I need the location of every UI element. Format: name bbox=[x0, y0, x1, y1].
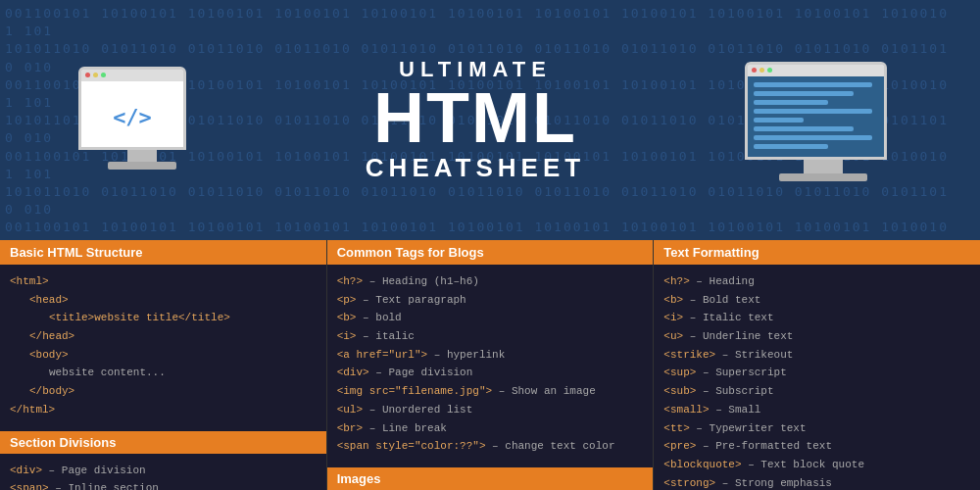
monitor-right-icon bbox=[745, 62, 902, 179]
tf-i: <i> bbox=[663, 312, 683, 323]
code-body-open: <body> bbox=[29, 349, 69, 361]
col1-subheader-text: Section Divisions bbox=[10, 435, 116, 450]
ct-br-desc: – Line break bbox=[363, 422, 447, 434]
col2-body: <h?> – Heading (h1–h6) <p> – Text paragr… bbox=[327, 265, 654, 464]
ct-div-desc: – Page division bbox=[369, 367, 473, 378]
monitor-left-icon: </> bbox=[78, 67, 206, 174]
tf-h-desc: – Heading bbox=[690, 275, 755, 287]
ct-h-desc: – Heading (h1–h6) bbox=[363, 275, 479, 287]
tf-pre-desc: – Pre-formatted text bbox=[696, 440, 832, 452]
ct-a-desc: – hyperlink bbox=[427, 349, 505, 361]
ct-ul-desc: – Unordered list bbox=[363, 404, 472, 416]
header-section: </> ULTIMATE HTML CHEATSHEET bbox=[0, 0, 980, 240]
ct-span-desc: – change text color bbox=[486, 440, 615, 452]
col2-subheader-text: Images bbox=[337, 471, 381, 486]
ct-p: <p> bbox=[337, 294, 357, 306]
col3-header: Text Formatting bbox=[654, 240, 980, 265]
tf-sub-desc: – Subscript bbox=[696, 385, 773, 397]
col1-body: <html> <head> <title>website title</titl… bbox=[0, 265, 326, 427]
title-html: HTML bbox=[216, 82, 735, 153]
column-common-tags: Common Tags for Blogs <h?> – Heading (h1… bbox=[327, 240, 655, 490]
code-title: <title>website title</title> bbox=[49, 312, 230, 323]
column-basic-html: Basic HTML Structure <html> <head> <titl… bbox=[0, 240, 327, 490]
code-head-close: </head> bbox=[29, 330, 74, 342]
col1-subheader: Section Divisions bbox=[0, 431, 326, 454]
col1-sub-body: <div> – Page division <span> – Inline se… bbox=[0, 454, 326, 491]
column-text-formatting: Text Formatting <h?> – Heading <b> – Bol… bbox=[654, 240, 980, 490]
content-area: Basic HTML Structure <html> <head> <titl… bbox=[0, 240, 980, 490]
tf-tt: <tt> bbox=[663, 422, 689, 434]
col1-header-text: Basic HTML Structure bbox=[10, 245, 143, 260]
col2-subheader: Images bbox=[327, 467, 654, 490]
tf-strike-desc: – Strikeout bbox=[715, 349, 793, 361]
ct-br: <br> bbox=[337, 422, 363, 434]
ct-i: <i> bbox=[337, 330, 357, 342]
tf-i-desc: – Italic text bbox=[683, 312, 773, 323]
ct-div: <div> bbox=[337, 367, 369, 378]
tf-b: <b> bbox=[663, 294, 683, 306]
tf-pre: <pre> bbox=[663, 440, 696, 452]
tf-sub: <sub> bbox=[663, 385, 696, 397]
col2-header: Common Tags for Blogs bbox=[327, 240, 654, 265]
col3-body: <h?> – Heading <b> – Bold text <i> – Ita… bbox=[654, 265, 980, 490]
ct-ul: <ul> bbox=[337, 404, 363, 416]
ct-img-desc: – Show an image bbox=[492, 385, 596, 397]
tf-small-desc: – Small bbox=[710, 404, 761, 416]
tf-blockquote: <blockquote> bbox=[663, 459, 741, 470]
code-tag-icon: </> bbox=[113, 105, 152, 129]
code-span-desc: – Inline section bbox=[49, 482, 159, 490]
code-content: website content... bbox=[49, 367, 166, 378]
ct-i-desc: – italic bbox=[356, 330, 414, 342]
tf-sup: <sup> bbox=[663, 367, 696, 378]
ct-span: <span style="color:??"> bbox=[337, 440, 486, 452]
tf-u-desc: – Underline text bbox=[683, 330, 793, 342]
ct-b: <b> bbox=[337, 312, 357, 323]
tf-h: <h?> bbox=[663, 275, 689, 287]
tf-tt-desc: – Typewriter text bbox=[690, 422, 807, 434]
tf-strike: <strike> bbox=[663, 349, 715, 361]
code-head-open: <head> bbox=[29, 294, 69, 306]
title-container: ULTIMATE HTML CHEATSHEET bbox=[216, 57, 735, 183]
col1-header: Basic HTML Structure bbox=[0, 240, 326, 265]
tf-small: <small> bbox=[663, 404, 709, 416]
ct-img: <img src="filename.jpg"> bbox=[337, 385, 492, 397]
code-div: <div> bbox=[10, 465, 42, 476]
code-html-open: <html> bbox=[10, 275, 49, 287]
tf-b-desc: – Bold text bbox=[683, 294, 760, 306]
col3-header-text: Text Formatting bbox=[663, 245, 759, 260]
code-span: <span> bbox=[10, 482, 49, 490]
title-cheatsheet: CHEATSHEET bbox=[216, 153, 735, 183]
code-div-desc: – Page division bbox=[42, 465, 146, 476]
tf-strong: <strong> bbox=[663, 477, 715, 489]
ct-h: <h?> bbox=[337, 275, 363, 287]
code-body-close: </body> bbox=[29, 385, 74, 397]
tf-strong-desc: – Strong emphasis bbox=[715, 477, 832, 489]
ct-p-desc: – Text paragraph bbox=[356, 294, 466, 306]
tf-u: <u> bbox=[663, 330, 683, 342]
col2-header-text: Common Tags for Blogs bbox=[337, 245, 484, 260]
tf-sup-desc: – Superscript bbox=[696, 367, 786, 378]
tf-blockquote-desc: – Text block quote bbox=[742, 459, 864, 470]
ct-a: <a href="url"> bbox=[337, 349, 427, 361]
code-html-close: </html> bbox=[10, 404, 55, 416]
ct-b-desc: – bold bbox=[356, 312, 401, 323]
